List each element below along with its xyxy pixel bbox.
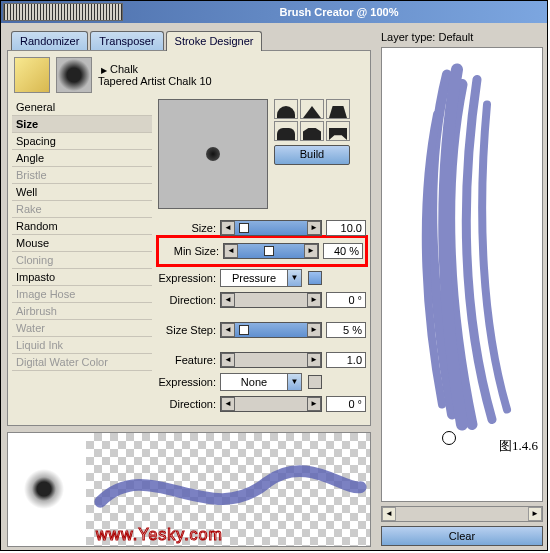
figure-label: 图1.4.6 [499,437,538,455]
scroll-left-icon[interactable]: ◄ [382,507,396,521]
expression1-value: Pressure [221,270,287,286]
dab-shape-4[interactable] [274,121,298,141]
expression1-label: Expression: [158,272,220,284]
slider-left-icon[interactable]: ◄ [221,221,235,235]
slider-left-icon: ◄ [221,397,235,411]
canvas-preview[interactable]: 图1.4.6 [381,47,543,502]
tab-stroke-designer[interactable]: Stroke Designer [166,31,263,51]
brush-creator-window: Brush Creator @ 100% Randomizer Transpos… [0,0,548,551]
ruler-grip[interactable] [3,3,123,21]
cat-well[interactable]: Well [12,184,152,201]
slider-right-icon: ► [307,293,321,307]
expression2-value: None [221,374,287,390]
tab-bar: Randomizer Transposer Stroke Designer [11,31,371,51]
tab-randomizer[interactable]: Randomizer [11,31,88,51]
slider-right-icon: ► [307,397,321,411]
direction2-label: Direction: [158,398,220,410]
cat-digital-water[interactable]: Digital Water Color [12,354,152,371]
cat-water[interactable]: Water [12,320,152,337]
slider-left-icon: ◄ [221,353,235,367]
dab-sample [8,433,86,546]
sizestep-value[interactable]: 5 % [326,322,366,338]
layer-type-label: Layer type: Default [381,31,543,43]
dab-shape-grid: Build [274,99,352,165]
chevron-down-icon[interactable]: ▼ [287,270,301,286]
sizestep-label: Size Step: [158,324,220,336]
window-title: Brush Creator @ 100% [131,6,547,18]
clear-button[interactable]: Clear [381,526,543,546]
expression1-invert-checkbox[interactable] [308,271,322,285]
stroke-sample: www.Yesky.com [86,433,370,546]
build-button[interactable]: Build [274,145,350,165]
cat-general[interactable]: General [12,99,152,116]
direction2-slider: ◄► [220,396,322,412]
brush-variant-label: Tapered Artist Chalk 10 [98,75,212,87]
dab-shape-1[interactable] [274,99,298,119]
cat-angle[interactable]: Angle [12,150,152,167]
expression2-invert-checkbox [308,375,322,389]
watermark-text: www.Yesky.com [96,526,223,544]
slider-left-icon[interactable]: ◄ [221,323,235,337]
direction1-value: 0 ° [326,292,366,308]
feature-label: Feature: [158,354,220,366]
expression1-combo[interactable]: Pressure▼ [220,269,302,287]
slider-left-icon[interactable]: ◄ [224,244,238,258]
expression2-label: Expression: [158,376,220,388]
stroke-preview: www.Yesky.com [7,432,371,547]
cat-cloning[interactable]: Cloning [12,252,152,269]
minsize-label: Min Size: [161,245,223,257]
stroke-designer-panel: Chalk Tapered Artist Chalk 10 General Si… [7,50,371,426]
feature-value: 1.0 [326,352,366,368]
expression2-combo[interactable]: None▼ [220,373,302,391]
size-value[interactable]: 10.0 [326,220,366,236]
cat-random[interactable]: Random [12,218,152,235]
cat-spacing[interactable]: Spacing [12,133,152,150]
dab-preview [158,99,268,209]
cat-mouse[interactable]: Mouse [12,235,152,252]
dab-dot [206,147,220,161]
cat-image-hose[interactable]: Image Hose [12,286,152,303]
size-label: Size: [158,222,220,234]
minsize-value[interactable]: 40 % [323,243,363,259]
minsize-slider[interactable]: ◄► [223,243,319,259]
dab-shape-2[interactable] [300,99,324,119]
slider-right-icon: ► [307,353,321,367]
cat-size[interactable]: Size [12,116,152,133]
cat-impasto[interactable]: Impasto [12,269,152,286]
sizestep-slider[interactable]: ◄► [220,322,322,338]
dab-shape-5[interactable] [300,121,324,141]
dab-shape-3[interactable] [326,99,350,119]
slider-left-icon: ◄ [221,293,235,307]
brush-variant-icon[interactable] [56,57,92,93]
cat-rake[interactable]: Rake [12,201,152,218]
direction2-value: 0 ° [326,396,366,412]
feature-slider: ◄► [220,352,322,368]
tab-transposer[interactable]: Transposer [90,31,163,51]
size-slider[interactable]: ◄► [220,220,322,236]
slider-right-icon[interactable]: ► [304,244,318,258]
chevron-down-icon[interactable]: ▼ [287,374,301,390]
brush-category-label[interactable]: Chalk [98,63,212,75]
slider-right-icon[interactable]: ► [307,323,321,337]
category-list: General Size Spacing Angle Bristle Well … [12,99,152,415]
direction1-label: Direction: [158,294,220,306]
dab-shape-6[interactable] [326,121,350,141]
brush-cursor-icon [442,431,456,445]
direction1-slider: ◄► [220,292,322,308]
preview-scrollbar[interactable]: ◄ ► [381,506,543,522]
cat-airbrush[interactable]: Airbrush [12,303,152,320]
brush-category-icon[interactable] [14,57,50,93]
cat-bristle[interactable]: Bristle [12,167,152,184]
preview-strokes [382,48,542,501]
slider-right-icon[interactable]: ► [307,221,321,235]
cat-liquid-ink[interactable]: Liquid Ink [12,337,152,354]
scroll-right-icon[interactable]: ► [528,507,542,521]
minsize-highlight: Min Size: ◄► 40 % [156,235,368,267]
titlebar[interactable]: Brush Creator @ 100% [1,1,547,23]
